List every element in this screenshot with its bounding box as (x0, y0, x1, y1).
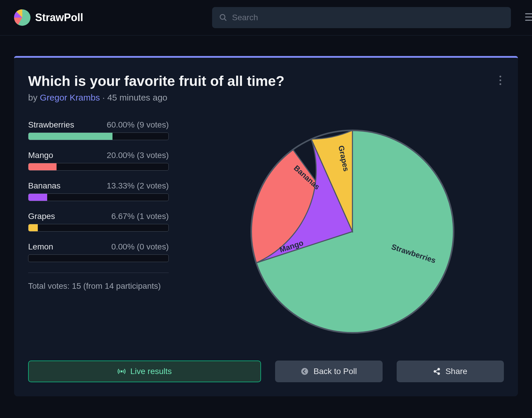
poll-byline: by Gregor Krambs · 45 minutes ago (28, 93, 504, 103)
author-link[interactable]: Gregor Krambs (40, 93, 100, 102)
share-icon (433, 368, 441, 375)
option-stats: 20.00% (3 votes) (107, 151, 169, 160)
back-label: Back to Poll (313, 367, 357, 376)
result-bar (28, 224, 169, 232)
svg-point-7 (499, 79, 501, 81)
svg-point-13 (434, 371, 436, 373)
result-row: Mango 20.00% (3 votes) (28, 151, 169, 171)
option-stats: 13.33% (2 votes) (107, 181, 169, 191)
search-input[interactable] (232, 13, 504, 22)
option-stats: 0.00% (0 votes) (111, 242, 169, 252)
totals-text: Total votes: 15 (from 14 participants) (28, 280, 169, 292)
app-header: StrawPoll (0, 0, 532, 35)
result-bar-fill (28, 133, 112, 140)
svg-point-8 (499, 83, 501, 85)
more-options-button[interactable] (497, 73, 504, 89)
hamburger-icon (525, 13, 532, 21)
result-row: Grapes 6.67% (1 votes) (28, 212, 169, 232)
option-name: Bananas (28, 181, 61, 191)
back-to-poll-button[interactable]: Back to Poll (275, 361, 383, 382)
brand-name: StrawPoll (35, 11, 83, 24)
menu-button[interactable] (523, 10, 532, 25)
poll-content: Strawberries 60.00% (9 votes) Mango 20.0… (28, 120, 504, 343)
poll-title: Which is your favorite fruit of all time… (28, 73, 504, 89)
result-bar (28, 132, 169, 140)
results-list: Strawberries 60.00% (9 votes) Mango 20.0… (28, 120, 169, 343)
svg-line-2 (224, 19, 226, 21)
svg-point-10 (121, 371, 122, 372)
share-label: Share (445, 367, 467, 376)
byline-sep: · (100, 93, 107, 102)
svg-point-6 (499, 76, 501, 77)
option-name: Mango (28, 151, 53, 160)
search-box[interactable] (212, 7, 511, 28)
option-stats: 60.00% (9 votes) (107, 120, 169, 130)
result-row: Lemon 0.00% (0 votes) (28, 242, 169, 262)
brand-link[interactable]: StrawPoll (14, 9, 83, 26)
broadcast-icon (117, 367, 126, 375)
svg-point-11 (301, 368, 308, 375)
action-buttons: Live results Back to Poll Share (28, 361, 504, 382)
result-bar-fill (28, 163, 57, 170)
share-button[interactable]: Share (397, 361, 504, 382)
svg-point-14 (438, 373, 440, 375)
result-bar-fill (28, 224, 38, 231)
result-bar (28, 193, 169, 201)
result-bar-fill (28, 194, 47, 201)
live-results-button[interactable]: Live results (28, 361, 261, 382)
option-name: Strawberries (28, 120, 74, 130)
svg-point-12 (438, 368, 440, 370)
option-stats: 6.67% (1 votes) (111, 212, 169, 221)
poll-card: Which is your favorite fruit of all time… (14, 56, 518, 396)
live-results-label: Live results (130, 367, 172, 376)
result-row: Strawberries 60.00% (9 votes) (28, 120, 169, 140)
pie-chart-container: Strawberries Mango Bananas Grapes (201, 120, 504, 343)
search-icon (219, 13, 227, 22)
svg-line-15 (436, 370, 438, 371)
svg-line-16 (436, 372, 438, 373)
result-bar (28, 163, 169, 171)
arrow-left-circle-icon (301, 367, 309, 375)
dots-vertical-icon (499, 75, 502, 85)
poll-time: 45 minutes ago (107, 93, 167, 102)
option-name: Lemon (28, 242, 53, 252)
brand-logo-icon (14, 9, 30, 26)
option-name: Grapes (28, 212, 55, 221)
search-container (212, 7, 511, 28)
result-row: Bananas 13.33% (2 votes) (28, 181, 169, 201)
divider (28, 273, 169, 273)
byline-prefix: by (28, 93, 40, 102)
result-bar (28, 254, 169, 262)
svg-point-1 (220, 15, 225, 19)
pie-chart: Strawberries Mango Bananas Grapes (241, 120, 464, 343)
